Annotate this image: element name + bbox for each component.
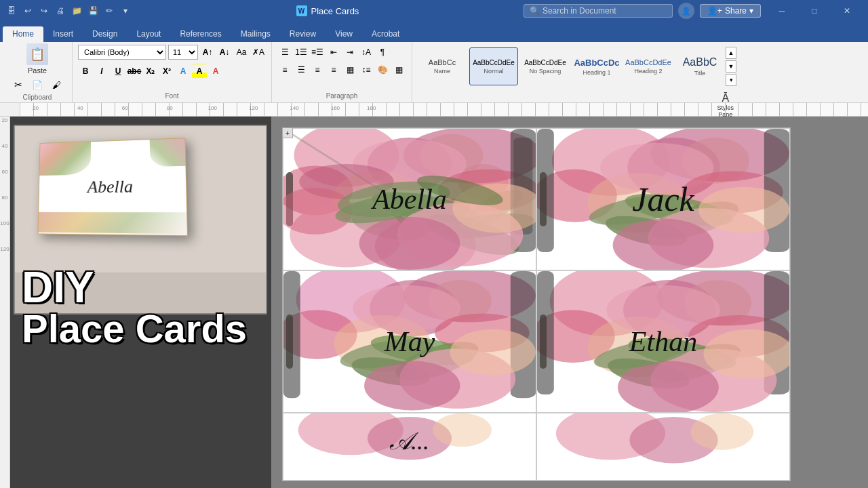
dropdown-icon[interactable]: ▾	[119, 5, 132, 17]
font-family-select[interactable]: Calibri (Body)	[78, 45, 166, 60]
subscript-button[interactable]: X₂	[143, 64, 158, 79]
font-shrink-button[interactable]: A↓	[217, 45, 232, 60]
copy-button[interactable]: 📄	[30, 77, 45, 92]
diy-text: DIY	[22, 266, 255, 309]
svg-point-42	[613, 219, 714, 270]
increase-indent-button[interactable]: ⇥	[342, 45, 357, 60]
undo-icon[interactable]: ↩	[22, 5, 34, 17]
document-title: Place Cards	[311, 6, 359, 16]
tab-insert[interactable]: Insert	[43, 26, 83, 42]
redo-icon[interactable]: ↪	[38, 5, 50, 17]
paragraph-group: ☰ 1☰ ≡☰ ⇤ ⇥ ↕A ¶ ≡ ☰ ≡ ≡ ▦ ↕≡ 🎨 ▦ Paragr…	[272, 42, 412, 102]
align-left-button[interactable]: ≡	[277, 62, 292, 77]
style-title[interactable]: AaBbC Title	[675, 47, 724, 85]
tab-layout[interactable]: Layout	[127, 26, 170, 42]
tab-acrobat[interactable]: Acrobat	[362, 26, 409, 42]
columns-button[interactable]: ▦	[342, 62, 357, 77]
svg-point-84	[690, 413, 753, 450]
sort-button[interactable]: ↕A	[359, 45, 374, 60]
font-grow-button[interactable]: A↑	[200, 45, 215, 60]
numbering-button[interactable]: 1☰	[294, 45, 309, 60]
ruler-corner	[0, 103, 20, 117]
font-color-button[interactable]: A	[208, 64, 223, 79]
ribbon-tabs: Home Insert Design Layout References Mai…	[0, 22, 868, 42]
ruler-mark-60: 60	[0, 168, 9, 194]
bold-button[interactable]: B	[78, 64, 93, 79]
text-effect-button[interactable]: A	[176, 64, 191, 79]
change-case-button[interactable]: Aa	[234, 45, 249, 60]
quick-save-icon[interactable]: 🗄	[5, 5, 18, 17]
place-card-abella[interactable]: Abella	[283, 128, 536, 270]
place-card-jack[interactable]: Jack	[536, 128, 790, 270]
align-center-button[interactable]: ☰	[294, 62, 309, 77]
minimize-button[interactable]: ─	[766, 0, 797, 22]
styles-expand-button[interactable]: ▾	[726, 74, 736, 86]
close-button[interactable]: ✕	[831, 0, 863, 22]
add-content-button[interactable]: +	[282, 127, 293, 138]
clipboard-group: 📋 Paste ✂ 📄 🖌 Clipboard	[3, 42, 73, 102]
style-name[interactable]: AaBbCc Name	[418, 47, 467, 85]
style-nospace-label: No Spacing	[530, 68, 561, 75]
style-normal-preview: AaBbCcDdEe	[473, 59, 515, 66]
style-heading2[interactable]: AaBbCcDdEe Heading 2	[624, 47, 673, 85]
style-title-preview: AaBbC	[683, 56, 717, 68]
tab-review[interactable]: Review	[280, 26, 326, 42]
style-normal[interactable]: AaBbCcDdEe Normal	[469, 47, 518, 85]
strikethrough-button[interactable]: abc	[127, 64, 142, 79]
titlebar-left: 🗄 ↩ ↪ 🖨 📁 💾 ✏ ▾	[5, 5, 132, 17]
multilevel-button[interactable]: ≡☰	[310, 45, 325, 60]
justify-button[interactable]: ≡	[326, 62, 341, 77]
save-icon[interactable]: 💾	[87, 5, 99, 17]
show-marks-button[interactable]: ¶	[375, 45, 390, 60]
font-size-select[interactable]: 11	[168, 45, 198, 60]
tab-home[interactable]: Home	[3, 26, 43, 42]
maximize-button[interactable]: □	[799, 0, 830, 22]
tab-view[interactable]: View	[326, 26, 362, 42]
place-card-may[interactable]: May	[283, 270, 536, 413]
paste-icon: 📋	[26, 43, 48, 65]
shading-button[interactable]: 🎨	[375, 62, 390, 77]
paragraph-label: Paragraph	[326, 92, 358, 100]
card-name-may: May	[384, 325, 435, 358]
sidebar: 20 40 60 80 100 120 Abella	[0, 117, 271, 488]
style-h1-label: Heading 1	[583, 69, 610, 76]
styles-up-button[interactable]: ▲	[726, 47, 736, 59]
card-name-row3: 𝒜...	[390, 427, 429, 455]
ruler-mark-20: 20	[0, 117, 9, 142]
open-icon[interactable]: 📁	[71, 5, 83, 17]
profile-button[interactable]: 👤	[678, 3, 694, 19]
style-no-spacing[interactable]: AaBbCcDdEe No Spacing	[521, 47, 570, 85]
place-card-row3-right[interactable]	[536, 413, 790, 481]
style-heading1[interactable]: AaBbCcDc Heading 1	[572, 47, 621, 85]
share-dropdown-icon: ▾	[749, 6, 753, 16]
search-box[interactable]: 🔍 Search in Document	[524, 4, 673, 18]
tab-mailings[interactable]: Mailings	[231, 26, 280, 42]
styles-group: AaBbCc Name AaBbCcDdEe Normal AaBbCcDdEe…	[412, 42, 742, 102]
document-area[interactable]: +	[271, 117, 868, 488]
tab-design[interactable]: Design	[83, 26, 127, 42]
highlight-button[interactable]: A	[192, 64, 207, 79]
tab-references[interactable]: References	[170, 26, 231, 42]
bullets-button[interactable]: ☰	[277, 45, 292, 60]
place-card-ethan[interactable]: Ethan	[536, 270, 790, 413]
line-spacing-button[interactable]: ↕≡	[359, 62, 374, 77]
ruler: 20 40 60 80 100 120 140 160 180	[0, 103, 868, 117]
superscript-button[interactable]: X²	[159, 64, 174, 79]
align-right-button[interactable]: ≡	[310, 62, 325, 77]
underline-button[interactable]: U	[111, 64, 125, 79]
borders-button[interactable]: ▦	[391, 62, 406, 77]
card-name-jack: Jack	[632, 180, 694, 219]
pen-icon[interactable]: ✏	[103, 5, 115, 17]
place-card-row3-left[interactable]: 𝒜...	[283, 413, 536, 481]
print-icon[interactable]: 🖨	[54, 5, 66, 17]
format-painter-button[interactable]: 🖌	[49, 77, 64, 92]
clear-format-button[interactable]: ✗A	[251, 45, 266, 60]
paste-button[interactable]: 📋 Paste	[26, 43, 48, 75]
svg-point-43	[698, 187, 789, 233]
decrease-indent-button[interactable]: ⇤	[326, 45, 341, 60]
italic-button[interactable]: I	[94, 64, 109, 79]
share-button[interactable]: 👤+ Share ▾	[700, 4, 761, 18]
styles-down-button[interactable]: ▼	[726, 60, 736, 73]
cut-button[interactable]: ✂	[11, 77, 26, 92]
svg-point-59	[364, 361, 460, 411]
